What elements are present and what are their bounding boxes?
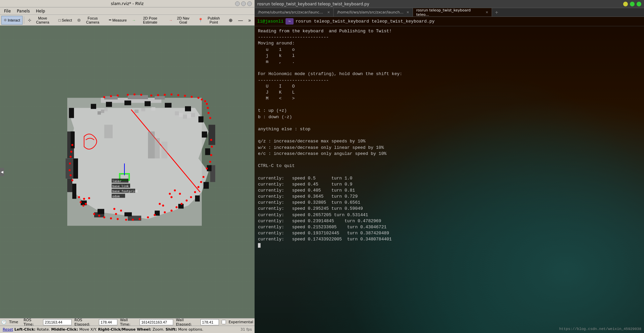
svg-rect-5 [155,96,165,100]
currently-11: currently: speed 0.17433922005 turn 0.34… [258,236,641,242]
svg-point-63 [69,163,71,165]
toolbar-sep-1 [24,16,24,24]
tab-1-close[interactable]: ✕ [406,10,409,14]
svg-point-103 [120,210,122,212]
term-line-20: w/x : increase/decrease only linear spee… [258,145,641,151]
svg-point-71 [80,201,82,203]
svg-point-77 [117,218,119,220]
svg-point-43 [127,94,129,96]
term-line-7 [258,65,641,71]
measure-button[interactable]: ━ Measure [107,16,129,25]
rviz-window-controls[interactable] [235,1,252,6]
measure-icon: ━ [109,18,111,22]
svg-point-68 [83,198,85,200]
tab-1-label: /home/li/ws/slam/src/zxcar/launch/l... [337,10,404,14]
svg-point-102 [113,208,115,210]
menu-panels[interactable]: Panels [14,8,33,14]
svg-rect-25 [205,148,210,155]
svg-point-59 [209,117,211,119]
interact-button[interactable]: ⊕ Interact [1,16,23,25]
svg-rect-39 [151,107,155,111]
rviz-viewport[interactable]: ◀ [0,26,255,318]
svg-point-62 [70,156,72,158]
toolbar-extra-3[interactable]: » [246,16,253,25]
svg-point-58 [207,112,210,114]
svg-rect-28 [185,106,191,111]
svg-point-60 [71,144,73,146]
experimental-label: Experimental [229,320,253,324]
term-line-19: q/z : increase/decrease max speeds by 10… [258,138,641,144]
svg-text:odom: odom [112,195,120,198]
close-button[interactable] [247,1,252,6]
svg-point-66 [71,179,73,181]
minimize-button[interactable] [235,1,240,6]
menu-file[interactable]: File [1,8,13,14]
tab-1[interactable]: /home/li/ws/slam/src/zxcar/launch/l... ✕ [334,8,413,16]
svg-point-94 [209,161,211,163]
ros-elapsed-label: ROS Elapsed: [74,318,96,327]
svg-point-95 [210,154,212,156]
svg-point-70 [85,203,87,205]
currently-4: currently: speed 0.3645 turn 0.729 [258,194,641,200]
svg-point-41 [110,95,112,97]
svg-point-54 [201,99,203,101]
svg-rect-27 [198,116,203,123]
tab-add-button[interactable]: + [492,8,501,16]
focus-camera-button[interactable]: ◎ Focus Camera [75,16,106,25]
svg-point-53 [197,97,199,99]
prompt-user: li@jasonli [257,19,283,24]
svg-rect-26 [202,132,207,138]
svg-point-75 [103,217,105,219]
svg-point-80 [139,218,141,220]
svg-point-88 [190,196,192,198]
svg-text:laser: laser [112,179,122,183]
move-camera-button[interactable]: ⊹ Move Camera [26,16,55,25]
svg-point-73 [93,213,95,215]
cursor-line: █ [258,243,641,249]
svg-point-61 [70,151,72,153]
select-button[interactable]: □ Select [56,16,74,25]
currently-10: currently: speed 0.1937102445 turn 0.387… [258,230,641,236]
terminal-minimize[interactable] [623,2,628,6]
status-bar: 🕐 Time ROS Time: ROS Elapsed: Wall Time:… [0,318,255,326]
term-line-21: e/c : increase/decrease only angular spe… [258,151,641,157]
terminal-text-area: Reading from the keyboard and Publishing… [258,28,641,249]
tab-0-close[interactable]: ✕ [327,10,330,14]
terminal-content[interactable]: Reading from the keyboard and Publishing… [255,26,644,333]
pose-estimate-button[interactable]: → 2D Pose Estimate [130,16,166,25]
collapse-arrow[interactable]: ◀ [0,168,4,176]
svg-rect-23 [203,182,209,189]
menu-help[interactable]: Help [33,8,48,14]
info-text: Left-Click: Rotate. Middle-Click: Move X… [14,327,203,332]
svg-point-64 [69,169,71,171]
term-line-17: anything else : stop [258,126,641,132]
svg-rect-16 [72,184,76,199]
svg-text:base_link: base_link [112,185,129,188]
toolbar-extra-2[interactable]: — [236,16,245,25]
terminal-maximize[interactable] [630,2,635,6]
tab-0[interactable]: /home/ubuntu/ws/src/zxcar/launch/l... ✕ [255,8,334,16]
watermark: https://blog.csdn.net/weixin_45929038 [559,327,641,332]
tab-2[interactable]: rosrun teleop_twist_keyboard teleo... ✕ [413,8,492,16]
wall-time-value [140,319,173,325]
reset-button[interactable]: Reset [3,327,13,332]
svg-point-44 [134,94,136,96]
svg-point-42 [117,95,119,97]
terminal-close[interactable] [637,2,641,6]
focus-camera-icon: ◎ [77,18,81,22]
svg-point-100 [179,193,181,195]
experimental-checkbox[interactable] [222,320,226,324]
svg-rect-122 [104,125,113,138]
term-line-24 [258,169,641,175]
svg-point-84 [171,210,173,212]
maximize-button[interactable] [241,1,246,6]
publish-point-button[interactable]: 📍 Publish Point [196,16,226,25]
term-line-18 [258,132,641,138]
terminal-title: rosrun teleop_twist_keyboard teleop_twis… [257,2,369,6]
svg-text:base_footprint: base_footprint [112,190,138,193]
toolbar-extra-1[interactable]: ⊕ [226,16,235,25]
nav-goal-button[interactable]: → 2D Nav Goal [166,16,195,25]
svg-point-87 [186,200,188,202]
terminal-window-controls [623,2,641,6]
tab-2-close[interactable]: ✕ [486,10,488,14]
